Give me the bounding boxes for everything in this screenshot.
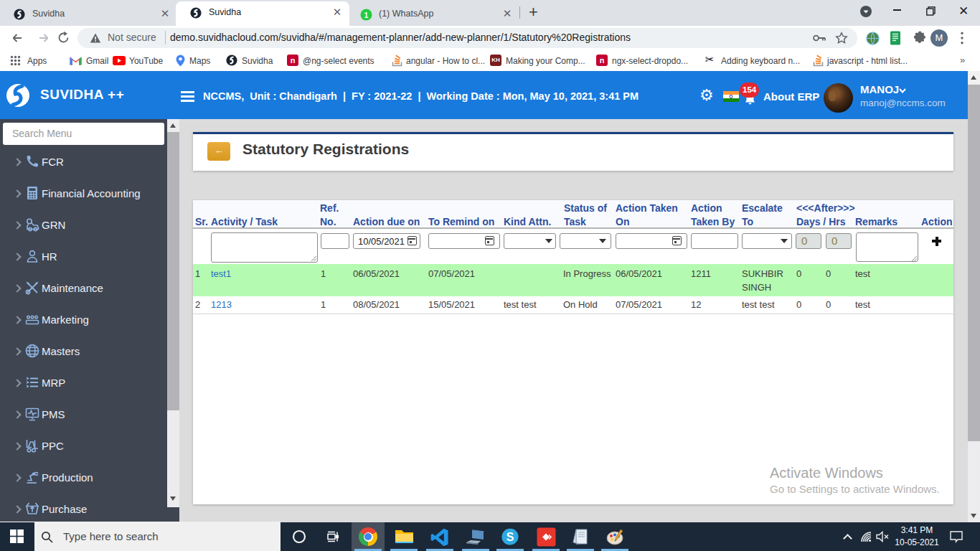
svg-text:S: S: [507, 531, 514, 543]
svg-text:1: 1: [364, 11, 369, 19]
